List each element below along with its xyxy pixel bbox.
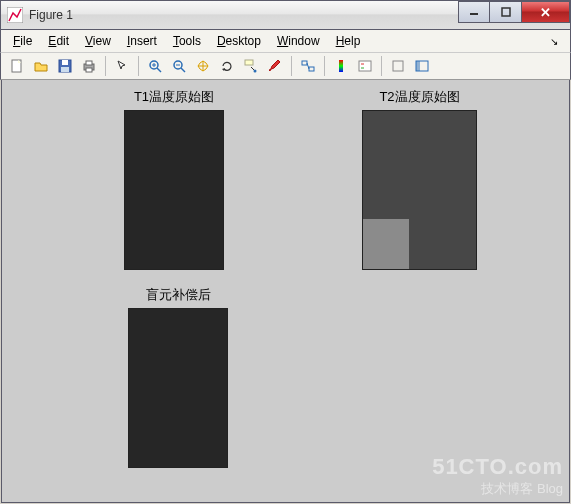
svg-rect-29 <box>393 61 403 71</box>
watermark-line1: 51CTO.com <box>432 454 563 480</box>
open-icon[interactable] <box>30 55 52 77</box>
zoom-out-icon[interactable] <box>168 55 190 77</box>
brush-icon[interactable] <box>264 55 286 77</box>
legend-icon[interactable] <box>354 55 376 77</box>
save-icon[interactable] <box>54 55 76 77</box>
new-icon[interactable] <box>6 55 28 77</box>
svg-line-16 <box>181 68 185 72</box>
maximize-button[interactable] <box>490 1 522 23</box>
toolbar-sep <box>105 56 106 76</box>
svg-line-24 <box>307 63 309 69</box>
toolbar-sep <box>324 56 325 76</box>
image-comp <box>128 308 228 468</box>
toolbar-sep <box>381 56 382 76</box>
toolbar-sep <box>291 56 292 76</box>
svg-rect-6 <box>62 60 68 65</box>
rotate-icon[interactable] <box>216 55 238 77</box>
svg-rect-9 <box>86 61 92 65</box>
svg-rect-7 <box>61 67 69 72</box>
menubar: File Edit View Insert Tools Desktop Wind… <box>0 30 571 52</box>
menu-tools[interactable]: Tools <box>167 32 207 50</box>
subplot-comp: 盲元补偿后 <box>128 286 228 468</box>
window-controls: ✕ <box>458 1 570 29</box>
datacursor-icon[interactable] <box>240 55 262 77</box>
menu-window[interactable]: Window <box>271 32 326 50</box>
watermark-line2: 技术博客 Blog <box>432 480 563 498</box>
svg-rect-23 <box>309 67 314 71</box>
link-icon[interactable] <box>297 55 319 77</box>
svg-rect-10 <box>86 68 92 72</box>
menu-desktop[interactable]: Desktop <box>211 32 267 50</box>
app-icon <box>7 7 23 23</box>
svg-rect-26 <box>359 61 371 71</box>
arrow-icon[interactable] <box>111 55 133 77</box>
minimize-button[interactable] <box>458 1 490 23</box>
image-t2 <box>362 110 477 270</box>
svg-point-21 <box>254 70 257 73</box>
pan-icon[interactable] <box>192 55 214 77</box>
toolbar <box>0 52 571 80</box>
hide-tools-icon[interactable] <box>387 55 409 77</box>
subplot-title: T2温度原始图 <box>362 88 477 106</box>
zoom-in-icon[interactable] <box>144 55 166 77</box>
svg-line-12 <box>157 68 161 72</box>
dock-toggle-icon[interactable]: ↘ <box>544 34 564 49</box>
toolbar-sep <box>138 56 139 76</box>
subplot-title: T1温度原始图 <box>124 88 224 106</box>
menu-insert[interactable]: Insert <box>121 32 163 50</box>
subplot-t2: T2温度原始图 <box>362 88 477 270</box>
svg-rect-31 <box>416 61 420 71</box>
image-t1 <box>124 110 224 270</box>
close-button[interactable]: ✕ <box>522 1 570 23</box>
figure-canvas: T1温度原始图 T2温度原始图 盲元补偿后 51CTO.com 技术博客 Blo… <box>1 80 570 503</box>
image-t2-patch <box>363 219 409 269</box>
menu-help[interactable]: Help <box>330 32 367 50</box>
svg-rect-22 <box>302 61 307 65</box>
titlebar: Figure 1 ✕ <box>0 0 571 30</box>
dock-icon[interactable] <box>411 55 433 77</box>
svg-rect-19 <box>245 60 253 65</box>
print-icon[interactable] <box>78 55 100 77</box>
menu-view[interactable]: View <box>79 32 117 50</box>
colorbar-icon[interactable] <box>330 55 352 77</box>
subplot-t1: T1温度原始图 <box>124 88 224 270</box>
svg-rect-25 <box>339 60 343 72</box>
subplot-title: 盲元补偿后 <box>128 286 228 304</box>
menu-file[interactable]: File <box>7 32 38 50</box>
menu-edit[interactable]: Edit <box>42 32 75 50</box>
svg-rect-2 <box>502 8 510 16</box>
watermark: 51CTO.com 技术博客 Blog <box>432 454 563 498</box>
window-title: Figure 1 <box>29 8 458 22</box>
